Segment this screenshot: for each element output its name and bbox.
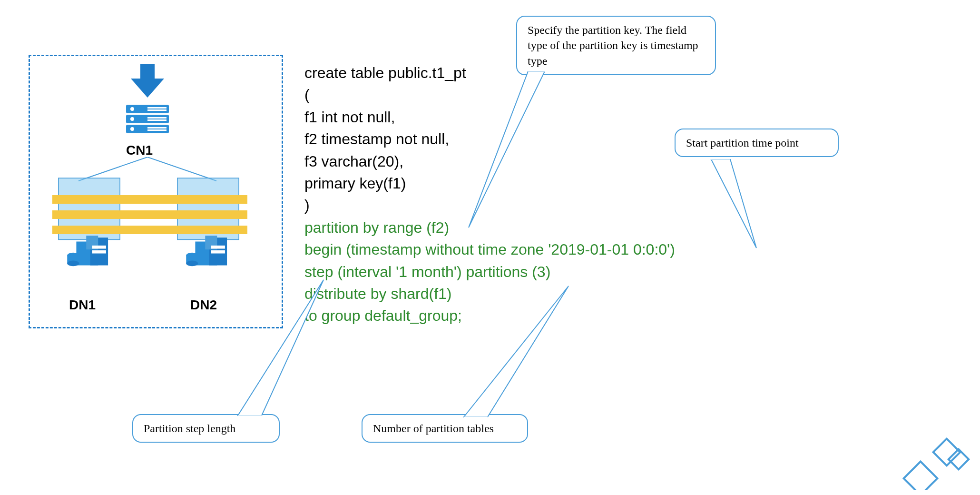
down-arrow-icon <box>128 62 167 100</box>
callout-text: Partition step length <box>144 422 235 435</box>
svg-point-3 <box>130 107 134 111</box>
callout-text: Start partition time point <box>686 137 799 149</box>
svg-rect-36 <box>949 449 969 469</box>
callout-tail-icon <box>683 158 768 254</box>
callout-text: Number of partition tables <box>373 422 494 435</box>
dn1-label: DN1 <box>69 297 96 313</box>
svg-rect-28 <box>211 250 225 254</box>
callout-step-length: Partition step length <box>132 414 280 443</box>
callout-partition-key: Specify the partition key. The field typ… <box>516 16 716 75</box>
svg-rect-34 <box>52 226 247 234</box>
callout-tail-icon <box>450 70 545 232</box>
svg-rect-37 <box>904 462 938 490</box>
cn-server-icon <box>124 102 171 136</box>
callout-num-tables: Number of partition tables <box>362 414 528 443</box>
svg-rect-6 <box>147 107 167 109</box>
svg-rect-7 <box>147 109 167 111</box>
svg-rect-9 <box>147 119 167 121</box>
callout-tail-icon <box>409 285 576 418</box>
svg-rect-8 <box>147 117 167 119</box>
svg-rect-32 <box>52 195 247 204</box>
svg-rect-19 <box>92 250 106 254</box>
callout-start-time: Start partition time point <box>675 129 839 157</box>
callout-tail-icon <box>197 278 331 416</box>
svg-point-22 <box>67 261 79 267</box>
data-bars <box>52 190 247 248</box>
decoration-icon <box>890 433 975 490</box>
svg-point-4 <box>130 117 134 121</box>
svg-rect-11 <box>147 129 167 131</box>
svg-point-5 <box>130 127 134 131</box>
cn-label: CN1 <box>126 143 153 158</box>
svg-point-31 <box>186 261 198 267</box>
code-line-step: step (interval '1 month') partitions (3) <box>304 261 675 283</box>
code-line-begin: begin (timestamp without time zone '2019… <box>304 238 675 260</box>
svg-rect-10 <box>147 127 167 129</box>
callout-text: Specify the partition key. The field typ… <box>528 24 698 67</box>
svg-rect-33 <box>52 210 247 219</box>
